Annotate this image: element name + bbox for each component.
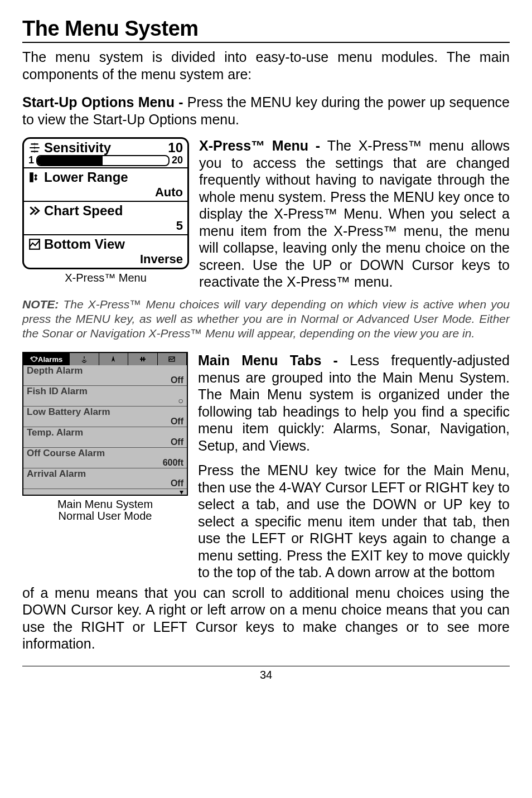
xpress-item-chart-speed: Chart Speed 5 [24, 202, 187, 235]
xpress-menu-figure: Sensitivity 10 1 20 Lower Range Auto [22, 137, 189, 269]
sensitivity-min: 1 [28, 154, 34, 166]
note-label: NOTE: [22, 298, 63, 311]
svg-point-2 [32, 357, 36, 361]
mainmenu-label: Main Menu Tabs - [198, 352, 350, 368]
note-block: NOTE: The X-Press™ Menu choices will var… [22, 297, 510, 341]
sensitivity-icon [28, 142, 41, 153]
mm-arrival-label: Arrival Alarm [27, 468, 183, 480]
sensitivity-value: 10 [168, 140, 183, 156]
mainmenu-para3: of a menu means that you can scroll to a… [22, 584, 510, 652]
xpress-caption: X-Press™ Menu [22, 272, 189, 284]
page-number: 34 [22, 669, 510, 681]
nav-icon [109, 355, 117, 363]
svg-rect-4 [141, 357, 142, 361]
mm-scroll-indicator: ▾ [23, 489, 187, 495]
views-icon [168, 355, 176, 363]
lower-range-icon [28, 172, 41, 183]
xpress-description: X-Press™ Menu - The X-Press™ menu allows… [199, 137, 510, 291]
startup-label: Start-Up Options Menu - [22, 94, 187, 110]
xpress-item-bottom-view: Bottom View Inverse [24, 235, 187, 268]
mm-temp-label: Temp. Alarm [27, 427, 183, 438]
tab-navigation [99, 353, 128, 365]
lower-range-value: Auto [155, 185, 183, 200]
tab-sonar [70, 353, 99, 365]
tab-alarms: Alarms [23, 353, 70, 365]
bottom-view-icon [28, 239, 41, 250]
mm-lowbat-label: Low Battery Alarm [27, 407, 183, 418]
footer-rule [22, 666, 510, 666]
alarm-icon [30, 355, 38, 363]
mainmenu-para2: Press the MENU key twice for the Main Me… [198, 462, 510, 581]
mainmenu-caption1: Main Menu System [22, 498, 188, 511]
mm-fishid-label: Fish ID Alarm [27, 386, 183, 397]
svg-rect-0 [30, 172, 33, 182]
mm-temp-value: Off [27, 437, 183, 447]
mm-offcourse-value: 600ft [27, 458, 183, 468]
tab-alarms-label: Alarms [38, 355, 62, 364]
sonar-icon [80, 355, 88, 363]
mm-item-arrival: Arrival Alarm Off [23, 468, 187, 489]
mm-offcourse-label: Off Course Alarm [27, 448, 183, 459]
mm-item-depth: Depth Alarm Off [23, 365, 187, 386]
bottom-view-value: Inverse [140, 252, 183, 267]
startup-section: Start-Up Options Menu - Press the MENU k… [22, 94, 510, 129]
tab-setup [128, 353, 157, 365]
setup-icon [139, 355, 147, 363]
bottom-view-label: Bottom View [44, 236, 125, 252]
sensitivity-label: Sensitivity [44, 140, 111, 156]
mm-item-fishid: Fish ID Alarm ○ [23, 386, 187, 407]
title-rule [22, 42, 510, 43]
page-title: The Menu System [22, 17, 510, 41]
xpress-item-lower-range: Lower Range Auto [24, 168, 187, 202]
mm-fishid-value: ○ [27, 396, 183, 406]
xpress-label: X-Press™ Menu - [199, 138, 327, 153]
mainmenu-para1: Main Menu Tabs - Less frequently-adjuste… [198, 352, 510, 454]
xpress-item-sensitivity: Sensitivity 10 1 20 [24, 139, 187, 168]
mm-arrival-value: Off [27, 478, 183, 489]
mainmenu-caption2: Normal User Mode [22, 510, 188, 523]
chart-speed-value: 5 [176, 219, 183, 233]
mm-item-temp: Temp. Alarm Off [23, 427, 187, 448]
svg-rect-5 [143, 357, 144, 361]
xpress-text: The X-Press™ menu allows you to access t… [199, 138, 510, 289]
svg-rect-3 [140, 359, 146, 360]
chart-speed-icon [28, 205, 41, 216]
sensitivity-slider [36, 155, 170, 166]
mm-item-lowbat: Low Battery Alarm Off [23, 407, 187, 427]
tab-views [158, 353, 187, 365]
intro-text: The menu system is divided into easy-to-… [22, 49, 510, 84]
tab-strip: Alarms [23, 353, 187, 365]
mm-depth-value: Off [27, 375, 183, 385]
lower-range-label: Lower Range [44, 170, 128, 185]
note-text: The X-Press™ Menu choices will vary depe… [22, 298, 510, 340]
mm-depth-label: Depth Alarm [27, 365, 183, 376]
mm-lowbat-value: Off [27, 417, 183, 427]
main-menu-figure: Alarms Depth Alarm Off [22, 352, 188, 496]
chart-speed-label: Chart Speed [44, 203, 123, 219]
sensitivity-max: 20 [172, 154, 183, 166]
mm-item-offcourse: Off Course Alarm 600ft [23, 448, 187, 468]
